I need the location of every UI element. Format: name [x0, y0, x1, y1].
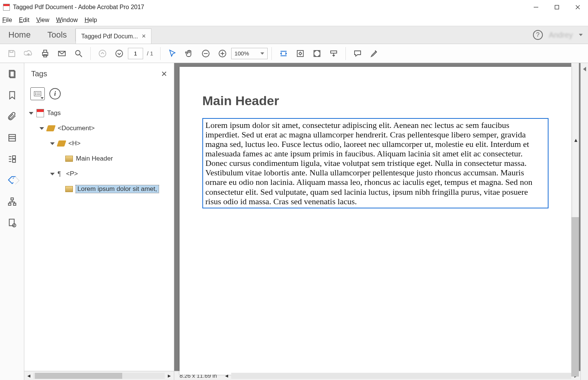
fit-page-icon[interactable] [292, 46, 308, 61]
help-icon[interactable]: ? [533, 30, 543, 40]
expand-icon[interactable] [29, 112, 33, 115]
svg-rect-7 [44, 55, 47, 57]
expand-icon[interactable] [39, 127, 44, 130]
svg-point-28 [13, 178, 14, 179]
svg-rect-4 [10, 50, 13, 52]
page-down-icon[interactable] [111, 46, 127, 61]
selected-paragraph: Lorem ipsum dolor sit amet, consectetur … [202, 118, 549, 208]
structure-icon[interactable] [6, 196, 18, 207]
menubar: File Edit View Window Help [0, 14, 588, 26]
collapse-icon [583, 67, 586, 71]
comment-icon[interactable] [350, 46, 366, 61]
document-tab[interactable]: Tagged Pdf Docum... × [76, 28, 151, 44]
tags-panel-icon[interactable] [6, 175, 18, 186]
page-number-input[interactable] [128, 48, 143, 59]
print-icon[interactable] [37, 46, 53, 61]
expand-icon[interactable] [50, 173, 55, 175]
zoom-value: 100% [235, 50, 249, 57]
main: i Tags × i Tags <Document> [0, 63, 588, 380]
tag-icon [46, 125, 55, 131]
chevron-down-icon [41, 97, 44, 99]
zoom-in-icon[interactable] [214, 46, 230, 61]
panel-horizontal-scrollbar[interactable]: ◂ ▸ [24, 371, 174, 380]
svg-point-12 [116, 50, 123, 57]
tree-label: Main Header [76, 155, 113, 162]
search-icon[interactable] [71, 46, 87, 61]
svg-rect-35 [34, 91, 41, 96]
menu-view[interactable]: View [36, 17, 49, 24]
maximize-button[interactable] [546, 0, 567, 14]
svg-point-11 [99, 50, 106, 57]
info-icon[interactable]: i [49, 88, 61, 99]
pdf-icon [36, 109, 44, 117]
svg-rect-31 [13, 203, 16, 205]
bookmarks-icon[interactable] [6, 90, 18, 101]
accessibility-report-icon[interactable]: i [6, 217, 18, 229]
tags-options-button[interactable] [30, 87, 45, 100]
paragraph-icon: ¶ [58, 170, 63, 178]
tabstrip: Home Tools Tagged Pdf Docum... × ? Andre… [0, 26, 588, 44]
tags-tree[interactable]: Tags <Document> <H> Main Header ¶ <P> [24, 103, 174, 371]
svg-rect-6 [44, 50, 47, 52]
svg-point-36 [35, 93, 36, 93]
horizontal-scrollbar[interactable] [231, 373, 571, 379]
cloud-upload-icon[interactable] [20, 46, 36, 61]
svg-rect-18 [297, 50, 303, 57]
fit-width-icon[interactable] [276, 46, 292, 61]
scroll-left-icon[interactable]: ◂ [24, 371, 33, 380]
tools-tab[interactable]: Tools [39, 26, 75, 44]
menu-file[interactable]: File [2, 17, 12, 24]
save-icon[interactable] [4, 46, 20, 61]
menu-help[interactable]: Help [85, 17, 97, 24]
home-tab[interactable]: Home [0, 26, 39, 44]
select-tool-icon[interactable] [164, 46, 180, 61]
svg-point-38 [35, 94, 36, 95]
zoom-select[interactable]: 100% [231, 48, 268, 59]
toolbar: / 1 100% [0, 44, 588, 63]
user-name[interactable]: Andrey [549, 31, 573, 39]
panel-close-icon[interactable]: × [161, 68, 167, 80]
tree-p[interactable]: ¶ <P> [27, 166, 174, 181]
tags-panel: Tags × i Tags <Document> [24, 63, 174, 380]
content-icon [65, 186, 73, 192]
order-panel-icon[interactable] [6, 153, 18, 165]
svg-rect-27 [13, 159, 16, 162]
scroll-thumb[interactable] [35, 373, 122, 379]
hand-tool-icon[interactable] [181, 46, 197, 61]
tree-h-content[interactable]: Main Header [27, 151, 174, 166]
scroll-thumb[interactable] [571, 217, 579, 377]
tree-h[interactable]: <H> [27, 136, 174, 151]
document-tab-label: Tagged Pdf Docum... [81, 33, 138, 40]
content-panel-icon[interactable] [6, 132, 18, 143]
zoom-out-icon[interactable] [198, 46, 214, 61]
page-total: / 1 [147, 50, 153, 57]
statusbar: 8.26 x 11.69 in ◂ ▸ [174, 371, 580, 380]
close-button[interactable] [567, 0, 588, 14]
thumbnails-icon[interactable] [6, 68, 18, 80]
scroll-up-icon[interactable]: ▴ [571, 63, 580, 217]
scroll-right-icon[interactable]: ▸ [165, 371, 174, 380]
tag-icon [57, 140, 66, 147]
close-tab-icon[interactable]: × [142, 32, 146, 40]
tree-label: <P> [66, 170, 78, 178]
attachments-icon[interactable] [6, 111, 18, 122]
tree-root[interactable]: Tags [27, 106, 174, 121]
expand-icon[interactable] [50, 142, 55, 145]
page-up-icon[interactable] [95, 46, 110, 61]
read-mode-icon[interactable] [326, 46, 342, 61]
menu-edit[interactable]: Edit [19, 17, 30, 24]
vertical-scrollbar[interactable]: ▴ ▾ [571, 63, 579, 371]
minimize-button[interactable] [525, 0, 546, 14]
menu-window[interactable]: Window [56, 17, 78, 24]
tools-pane-toggle[interactable] [580, 63, 588, 380]
tree-document[interactable]: <Document> [27, 121, 174, 136]
page-view[interactable]: Main Header Lorem ipsum dolor sit amet, … [180, 67, 571, 375]
svg-rect-32 [9, 219, 14, 225]
highlight-icon[interactable] [366, 46, 382, 61]
mail-icon[interactable] [54, 46, 70, 61]
svg-rect-29 [11, 198, 13, 200]
user-menu-chevron-icon[interactable] [579, 34, 583, 36]
tree-p-content[interactable]: Lorem ipsum dolor sit amet, [27, 181, 174, 197]
fullscreen-icon[interactable] [309, 46, 325, 61]
tree-label: <H> [68, 140, 80, 147]
